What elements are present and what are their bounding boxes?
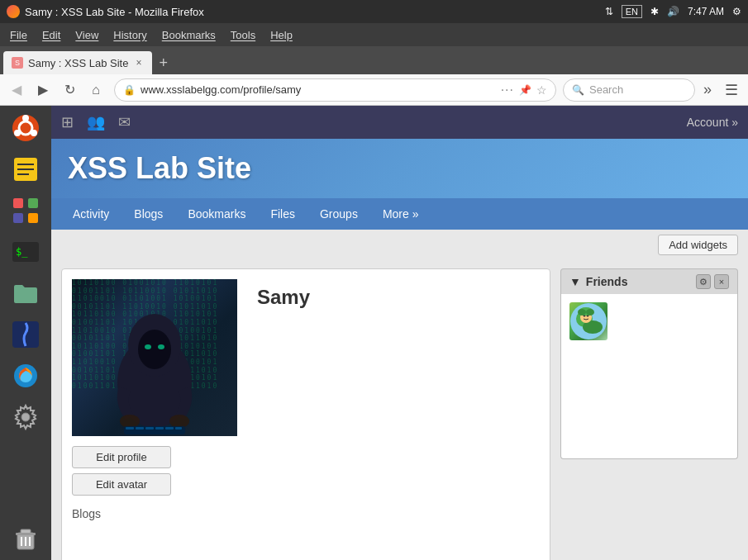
home-button[interactable]: ⌂: [84, 78, 107, 102]
sidebar-terminal-icon[interactable]: $_: [7, 233, 45, 271]
search-bar[interactable]: 🔍 Search: [563, 78, 695, 102]
friend-avatar-image: [569, 302, 607, 340]
hamburger-menu-button[interactable]: ☰: [720, 78, 743, 102]
edit-profile-button[interactable]: Edit profile: [72, 446, 171, 468]
svg-point-31: [169, 415, 189, 428]
svg-point-28: [145, 344, 151, 349]
browser-content: ⊞ 👥 ✉ Account » XSS Lab Site Activity Bl…: [51, 106, 748, 560]
sidebar-files-icon[interactable]: [7, 274, 45, 312]
profile-inner: 10110100 01001010 1101010101001101 10110…: [72, 279, 540, 436]
nav-more[interactable]: More »: [371, 202, 431, 225]
search-icon: 🔍: [572, 84, 584, 96]
menu-file[interactable]: File: [3, 26, 34, 45]
svg-rect-33: [126, 427, 134, 429]
url-text: www.xsslabelgg.com/profile/samy: [141, 83, 496, 96]
svg-rect-9: [13, 198, 23, 208]
menu-view[interactable]: View: [69, 26, 105, 45]
nav-activity[interactable]: Activity: [61, 202, 121, 225]
svg-rect-38: [175, 427, 182, 429]
widget-header: ▼ Friends ⚙ ×: [560, 268, 738, 294]
site-header: XSS Lab Site: [51, 139, 748, 198]
svg-point-2: [22, 115, 29, 121]
svg-rect-37: [165, 427, 174, 429]
svg-point-48: [586, 309, 594, 316]
profile-avatar-image: 10110100 01001010 1101010101001101 10110…: [72, 279, 237, 436]
widget-close-button[interactable]: ×: [714, 274, 729, 289]
tab-title: Samy : XSS Lab Site: [28, 57, 128, 69]
widget-controls: ⚙ ×: [696, 274, 729, 289]
svg-rect-21: [16, 533, 36, 535]
nav-groups[interactable]: Groups: [308, 202, 369, 225]
menu-tools[interactable]: Tools: [224, 26, 262, 45]
back-button[interactable]: ◀: [5, 78, 28, 102]
sidebar-wireshark-icon[interactable]: [7, 316, 45, 354]
svg-rect-35: [145, 427, 154, 429]
widget-title: ▼ Friends: [569, 275, 627, 288]
svg-text:$_: $_: [16, 246, 28, 258]
new-tab-button[interactable]: +: [152, 51, 174, 74]
svg-rect-10: [28, 198, 38, 208]
svg-rect-34: [136, 427, 144, 429]
menu-bookmarks[interactable]: Bookmarks: [155, 26, 222, 45]
lock-icon: 🔒: [123, 84, 136, 96]
widget-arrow-icon: ▼: [569, 275, 581, 288]
navigation-bar: ◀ ▶ ↻ ⌂ 🔒 www.xsslabelgg.com/profile/sam…: [0, 74, 748, 106]
pocket-icon[interactable]: 📌: [519, 84, 531, 96]
svg-point-29: [158, 344, 164, 349]
application-sidebar: $_: [0, 106, 51, 560]
sidebar-trash-icon[interactable]: [7, 519, 45, 557]
sidebar-firefox-icon[interactable]: [7, 357, 45, 395]
add-widgets-button[interactable]: Add widgets: [658, 235, 738, 255]
account-button[interactable]: Account »: [687, 116, 738, 129]
svg-point-3: [31, 130, 37, 136]
svg-point-18: [21, 413, 30, 421]
menu-history[interactable]: History: [107, 26, 153, 45]
settings-tray-icon[interactable]: ⚙: [732, 6, 741, 17]
sidebar-notes-icon[interactable]: [7, 150, 45, 188]
active-tab[interactable]: S Samy : XSS Lab Site ×: [3, 51, 152, 74]
bookmark-star-icon[interactable]: ☆: [536, 83, 547, 97]
menu-help[interactable]: Help: [264, 26, 299, 45]
firefox-titlebar-icon: [7, 5, 20, 18]
forward-button[interactable]: ▶: [31, 78, 55, 102]
friends-widget: ▼ Friends ⚙ ×: [560, 268, 738, 560]
tab-favicon: S: [12, 57, 23, 69]
site-main-content: 10110100 01001010 1101010101001101 10110…: [51, 260, 748, 560]
svg-point-47: [578, 309, 586, 316]
svg-point-4: [14, 130, 21, 136]
system-tray: ⇅ EN ✱ 🔊 7:47 AM ⚙: [605, 5, 741, 18]
blogs-label: Blogs: [72, 507, 101, 520]
sidebar-settings-icon[interactable]: [7, 398, 45, 436]
nav-blogs[interactable]: Blogs: [122, 202, 174, 225]
profile-info: Samy: [250, 279, 540, 436]
url-bar[interactable]: 🔒 www.xsslabelgg.com/profile/samy ··· 📌 …: [114, 78, 556, 102]
edit-avatar-button[interactable]: Edit avatar: [72, 473, 171, 496]
sidebar-apps-icon[interactable]: [7, 192, 45, 230]
widgets-row: Add widgets: [51, 230, 748, 260]
url-options-icon[interactable]: ···: [501, 83, 514, 97]
tab-close-button[interactable]: ×: [133, 56, 144, 69]
svg-point-30: [120, 415, 140, 428]
site-people-icon[interactable]: 👥: [87, 113, 105, 131]
profile-actions: Edit profile Edit avatar Blogs: [72, 446, 540, 520]
more-tools-button[interactable]: »: [698, 78, 717, 102]
menu-edit[interactable]: Edit: [36, 26, 67, 45]
profile-card: 10110100 01001010 1101010101001101 10110…: [61, 268, 550, 560]
site-home-icon[interactable]: ⊞: [61, 113, 74, 131]
svg-rect-11: [13, 213, 23, 223]
search-placeholder: Search: [589, 83, 623, 96]
svg-point-27: [138, 330, 171, 369]
widget-gear-button[interactable]: ⚙: [696, 274, 711, 289]
profile-name: Samy: [257, 286, 533, 309]
svg-rect-36: [155, 427, 164, 429]
sidebar-ubuntu-icon[interactable]: [7, 109, 45, 147]
reload-button[interactable]: ↻: [58, 78, 81, 102]
site-messages-icon[interactable]: ✉: [118, 113, 131, 131]
nav-files[interactable]: Files: [259, 202, 307, 225]
nav-bookmarks[interactable]: Bookmarks: [176, 202, 257, 225]
site-nav-icons: ⊞ 👥 ✉: [61, 113, 131, 131]
friend-avatar-item[interactable]: [569, 302, 607, 340]
menu-bar: File Edit View History Bookmarks Tools H…: [0, 23, 748, 46]
tab-bar: S Samy : XSS Lab Site × +: [0, 46, 748, 74]
svg-rect-12: [28, 213, 38, 223]
